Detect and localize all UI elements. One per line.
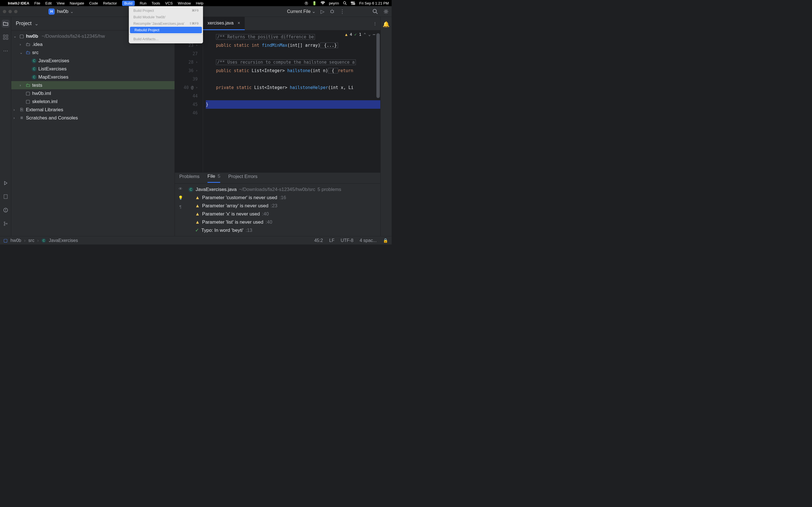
collapse-arrow-icon[interactable]: › <box>13 108 17 112</box>
tree-src-folder[interactable]: ⌄ 🗀 src <box>11 48 174 57</box>
cursor-position[interactable]: 45:2 <box>314 238 323 243</box>
paragraph-icon[interactable]: ¶ <box>179 205 182 209</box>
editor-tab-active[interactable]: xercises.java × <box>203 17 245 30</box>
structure-tool-button[interactable] <box>2 33 10 41</box>
problems-file-header[interactable]: C JavaExercises.java ~/Downloads/fa24-s1… <box>186 185 380 193</box>
menu-view[interactable]: View <box>57 1 64 5</box>
menu-edit[interactable]: Edit <box>45 1 52 5</box>
maximize-window-icon[interactable] <box>14 10 17 13</box>
search-icon[interactable] <box>372 9 378 14</box>
menu-recompile[interactable]: Recompile 'JavaExercises.java' ⇧⌘F9 <box>129 20 203 27</box>
readonly-lock-icon[interactable]: 🔒 <box>383 238 388 243</box>
expand-arrow-icon[interactable]: ⌄ <box>20 51 24 55</box>
code-area[interactable]: /** Returns the positive difference be p… <box>203 31 380 172</box>
tree-class-javaexercises[interactable]: C JavaExercises <box>11 57 174 65</box>
menu-navigate[interactable]: Navigate <box>70 1 84 5</box>
code-editor[interactable]: ▲ 4 ✓ 1 ⌃ ⌄ ⋯ 23› 27 28› 36› 39 40@› 44 … <box>175 31 380 172</box>
problem-item[interactable]: ▲ Parameter 'customer' is never used :16 <box>186 193 380 202</box>
collapse-arrow-icon[interactable]: › <box>20 83 24 87</box>
editor-gutter[interactable]: 23› 27 28› 36› 39 40@› 44 45 46 <box>175 31 203 172</box>
menu-refactor[interactable]: Refactor <box>103 1 117 5</box>
menu-vcs[interactable]: VCS <box>165 1 173 5</box>
override-icon[interactable]: @ <box>191 83 193 92</box>
line-ending[interactable]: LF <box>329 238 335 243</box>
inspection-more-icon[interactable]: ⋯ <box>373 32 375 37</box>
menu-code[interactable]: Code <box>89 1 98 5</box>
project-tool-button[interactable] <box>2 20 10 27</box>
run-tool-button[interactable] <box>2 179 10 187</box>
menu-file[interactable]: File <box>35 1 40 5</box>
close-tab-icon[interactable]: × <box>238 20 240 25</box>
problems-list[interactable]: C JavaExercises.java ~/Downloads/fa24-s1… <box>186 184 380 236</box>
file-encoding[interactable]: UTF-8 <box>341 238 353 243</box>
indent-settings[interactable]: 4 spac... <box>360 238 377 243</box>
warning-icon[interactable]: ▲ <box>345 32 347 37</box>
menu-rebuild-project[interactable]: Rebuild Project <box>130 27 202 33</box>
tree-file-skeleton-iml[interactable]: ▢ skeleton.iml <box>11 98 174 106</box>
menu-build-module[interactable]: Build Module 'hw0b' <box>129 14 203 20</box>
project-name[interactable]: hw0b <box>57 9 68 14</box>
minimize-window-icon[interactable] <box>8 10 12 13</box>
more-actions-icon[interactable]: ⋮ <box>340 8 345 15</box>
project-tree[interactable]: ⌄ ▢ hw0b ~/Downloads/fa24-s12345/hw › 🗀 … <box>11 31 174 236</box>
tab-project-errors[interactable]: Project Errors <box>228 174 257 182</box>
tab-problems[interactable]: Problems <box>179 174 200 182</box>
window-controls[interactable] <box>3 10 17 13</box>
problem-item[interactable]: ▲ Parameter 'x' is never used :40 <box>186 210 380 218</box>
more-tools-icon[interactable]: ⋯ <box>2 47 10 55</box>
next-highlight-icon[interactable]: ⌄ <box>368 32 370 37</box>
bulb-icon[interactable]: 💡 <box>178 195 183 200</box>
menubar-app[interactable]: IntelliJ IDEA <box>8 1 29 5</box>
tree-class-listexercises[interactable]: C ListExercises <box>11 65 174 73</box>
breadcrumb-file[interactable]: JavaExercises <box>49 238 78 243</box>
run-config-selector[interactable]: Current File ⌄ <box>287 9 315 14</box>
problem-item[interactable]: ✓ Typo: In word 'beyti' :13 <box>186 226 380 234</box>
tree-file-hw0b-iml[interactable]: ▢ hw0b.iml <box>11 89 174 98</box>
debug-icon[interactable] <box>329 9 335 14</box>
menu-build-artifacts[interactable]: Build Artifacts... <box>129 36 203 42</box>
vcs-tool-button[interactable] <box>2 220 10 228</box>
bookmarks-tool-button[interactable] <box>2 193 10 201</box>
chevron-down-icon[interactable]: ⌄ <box>70 9 73 14</box>
settings-icon[interactable] <box>383 9 389 14</box>
run-icon[interactable]: ▷ <box>320 8 324 15</box>
tree-tests-folder[interactable]: › 🗀 tests <box>11 81 174 89</box>
collapse-arrow-icon[interactable]: › <box>20 43 24 47</box>
tab-more-icon[interactable]: ⋮ <box>373 21 377 26</box>
eye-icon[interactable]: 👁 <box>179 186 183 191</box>
fold-icon[interactable]: › <box>196 66 198 75</box>
tree-class-mapexercises[interactable]: C MapExercises <box>11 73 174 81</box>
tab-file[interactable]: File 5 <box>207 173 220 183</box>
editor-scrollbar[interactable] <box>376 33 380 98</box>
notifications-icon[interactable]: 🔔 <box>383 21 390 27</box>
prev-highlight-icon[interactable]: ⌃ <box>364 32 366 37</box>
problems-tool-button[interactable] <box>2 206 10 214</box>
screen-record-icon[interactable]: ⦿ <box>305 1 308 5</box>
problem-item[interactable]: ▲ Parameter 'array' is never used :23 <box>186 202 380 210</box>
tree-external-libraries[interactable]: › ⎘ External Libraries <box>11 106 174 114</box>
expand-arrow-icon[interactable]: ⌄ <box>13 34 17 38</box>
inspection-bar[interactable]: ▲ 4 ✓ 1 ⌃ ⌄ ⋯ <box>345 32 375 37</box>
fold-icon[interactable]: › <box>196 58 198 66</box>
menu-window[interactable]: Window <box>178 1 191 5</box>
menubar-datetime[interactable]: Fri Sep 6 1:21 PM <box>359 1 389 5</box>
ok-check-icon[interactable]: ✓ <box>354 32 357 37</box>
menu-help[interactable]: Help <box>196 1 204 5</box>
wifi-icon[interactable] <box>320 1 325 5</box>
tree-scratches[interactable]: › ≡ Scratches and Consoles <box>11 114 174 122</box>
problem-item[interactable]: ▲ Parameter 'list' is never used :40 <box>186 218 380 226</box>
menu-build[interactable]: Build <box>122 1 135 6</box>
fold-icon[interactable]: › <box>196 83 198 92</box>
menubar-user[interactable]: peyrin <box>329 1 339 5</box>
chevron-down-icon[interactable]: ⌄ <box>35 20 39 27</box>
close-window-icon[interactable] <box>3 10 6 13</box>
menu-tools[interactable]: Tools <box>151 1 160 5</box>
collapse-arrow-icon[interactable]: › <box>13 116 17 120</box>
spotlight-icon[interactable] <box>343 1 347 5</box>
breadcrumb-src[interactable]: src <box>29 238 35 243</box>
menu-build-project[interactable]: Build Project ⌘F9 <box>129 7 203 14</box>
breadcrumb-module[interactable]: hw0b <box>10 238 21 243</box>
control-center-icon[interactable] <box>351 1 355 5</box>
battery-icon[interactable]: 🔋 <box>312 1 317 5</box>
menu-run[interactable]: Run <box>140 1 147 5</box>
